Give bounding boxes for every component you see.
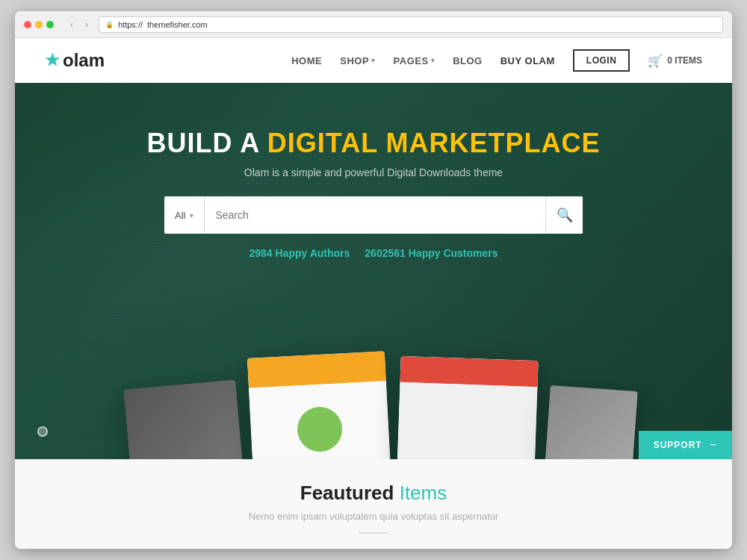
browser-toolbar: ‹ › 🔒 https:// themefisher.com [15, 11, 732, 38]
nav-shop[interactable]: SHOP ▾ [340, 55, 375, 66]
featured-title-part1: Feautured [300, 482, 400, 504]
preview-card-1 [123, 380, 244, 459]
featured-title: Feautured Items [15, 482, 732, 505]
nav-buy-olam[interactable]: BUY OLAM [500, 55, 555, 66]
stats-authors: 2984 Happy Authors [249, 247, 350, 259]
logo[interactable]: ★ olam [45, 50, 105, 71]
hero-headline: BUILD A DIGITAL MARKETPLACE [147, 128, 601, 159]
headline-part1: BUILD A [147, 128, 267, 158]
cart-count: 0 ITEMS [667, 55, 702, 66]
customers-label: Happy Customers [409, 247, 498, 259]
customers-number: 2602561 [365, 247, 406, 259]
login-button[interactable]: LOGIN [573, 49, 630, 72]
search-input[interactable] [205, 196, 545, 234]
maximize-dot[interactable] [46, 21, 54, 28]
hero-subtitle: Olam is a simple and powerful Digital Do… [244, 167, 503, 178]
url-domain: themefisher.com [147, 20, 208, 29]
logo-text: olam [63, 50, 105, 71]
back-arrow[interactable]: ‹ [66, 19, 78, 31]
browser-window: ‹ › 🔒 https:// themefisher.com ★ olam HO… [15, 11, 732, 549]
shop-chevron-icon: ▾ [371, 57, 376, 64]
search-category-dropdown[interactable]: All ▾ [164, 196, 205, 234]
search-category-label: All [175, 210, 185, 221]
slide-indicator-dot[interactable] [37, 426, 48, 437]
category-chevron-icon: ▾ [190, 211, 193, 220]
fruit-graphic [297, 405, 344, 452]
authors-label: Happy Authors [276, 247, 350, 259]
featured-title-accent: Items [400, 482, 447, 504]
nav-arrows: ‹ › [66, 19, 93, 31]
search-button[interactable]: 🔍 [545, 196, 583, 234]
preview-card-4 [545, 385, 638, 459]
featured-subtitle: Nemo enim ipsam voluptatem quia voluptas… [15, 511, 732, 522]
support-minus-icon: − [710, 438, 717, 452]
nav-pages[interactable]: PAGES ▾ [394, 55, 436, 66]
nav-links: HOME SHOP ▾ PAGES ▾ BLOG BUY OLAM LOGIN … [291, 49, 702, 72]
hero-stats: 2984 Happy Authors 2602561 Happy Custome… [249, 247, 498, 259]
card3-body [397, 382, 538, 459]
lock-icon: 🔒 [105, 21, 114, 28]
logo-star-icon: ★ [45, 51, 60, 70]
support-label: SUPPORT [654, 440, 702, 450]
forward-arrow[interactable]: › [81, 19, 93, 31]
featured-section: Feautured Items Nemo enim ipsam voluptat… [15, 459, 732, 549]
preview-card-2 [247, 351, 391, 459]
navbar: ★ olam HOME SHOP ▾ PAGES ▾ BLOG BUY OLAM… [15, 38, 732, 83]
nav-home[interactable]: HOME [291, 55, 322, 66]
minimize-dot[interactable] [35, 21, 43, 28]
search-icon: 🔍 [557, 207, 573, 223]
cart-icon: 🛒 [648, 54, 663, 68]
authors-number: 2984 [249, 247, 272, 259]
support-button[interactable]: SUPPORT − [639, 431, 732, 459]
stats-customers: 2602561 Happy Customers [365, 247, 498, 259]
search-bar: All ▾ 🔍 [164, 196, 583, 234]
hero-preview-cards [112, 340, 635, 459]
website-content: ★ olam HOME SHOP ▾ PAGES ▾ BLOG BUY OLAM… [15, 38, 732, 549]
featured-divider [359, 532, 388, 534]
preview-card-3 [397, 356, 539, 459]
nav-blog[interactable]: BLOG [453, 55, 483, 66]
cart-widget[interactable]: 🛒 0 ITEMS [648, 54, 702, 68]
card2-body [249, 381, 391, 459]
close-dot[interactable] [24, 21, 31, 28]
pages-chevron-icon: ▾ [431, 57, 436, 64]
window-controls [24, 21, 54, 28]
url-protocol: https:// [118, 20, 143, 29]
hero-section: BUILD A DIGITAL MARKETPLACE Olam is a si… [15, 83, 732, 459]
headline-accent: DIGITAL MARKETPLACE [267, 128, 601, 158]
url-bar[interactable]: 🔒 https:// themefisher.com [99, 16, 723, 33]
